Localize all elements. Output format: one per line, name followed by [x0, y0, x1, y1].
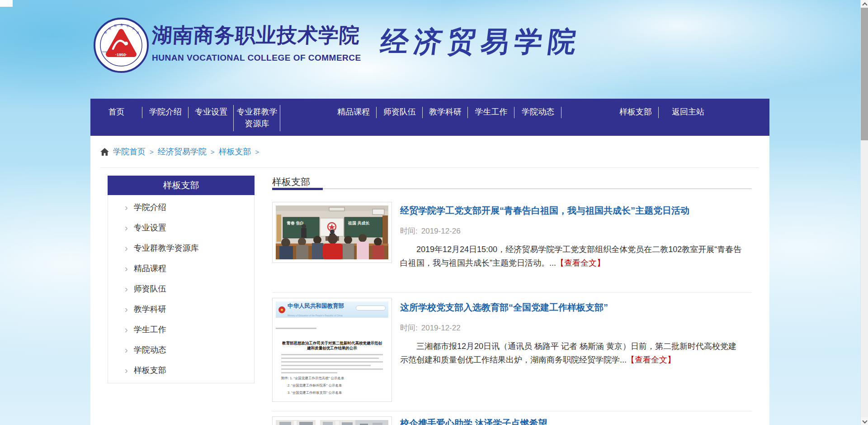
moe-attachment-line: 3. “全国党建工作样板支部” 公示名单 [288, 391, 383, 395]
news-body: 经贸学院学工党支部开展“青春告白祖国，我与祖国共成长”主题党日活动 时间:201… [400, 201, 752, 270]
chevron-right-icon: › [125, 284, 128, 293]
moe-document: 教育部思想政治工作司关于对第二批新时代高校党建示范创建和质量创优工作结果的公示 … [276, 337, 388, 398]
news-thumbnail-building[interactable] [272, 416, 392, 425]
render-artifact [0, 0, 13, 7]
news-excerpt: 2019年12月24日15:00，经济贸易学院学工党支部组织全体党员在二教102… [400, 243, 745, 270]
section-title-underline [272, 188, 323, 190]
news-list-section: 样板支部 青春 告白 [272, 176, 752, 425]
news-date: 2019-12-22 [421, 324, 461, 332]
content-panel: 学院首页 > 经济贸易学院 > 样板支部 > 样板支部 ›学院介绍 ›专业设置 … [90, 136, 769, 425]
nav-item-main-site[interactable]: 返回主站 [659, 99, 717, 136]
svg-text:商: 商 [114, 24, 117, 27]
sidebar-item-faculty[interactable]: ›师资队伍 [108, 278, 254, 299]
svg-text:职: 职 [127, 24, 130, 27]
scrollbar-thumb[interactable] [861, 8, 868, 140]
scrollbar-down-button[interactable] [861, 417, 868, 425]
sidebar-item-courses[interactable]: ›精品课程 [108, 258, 254, 278]
nav-item-home[interactable]: 首页 [90, 99, 142, 136]
national-emblem-icon [278, 306, 285, 313]
building-photo [276, 420, 388, 425]
read-more-link[interactable]: 【查看全文】 [556, 258, 605, 267]
news-title-link[interactable]: 这所学校党支部入选教育部“全国党建工作样板支部” [400, 301, 752, 314]
vertical-scrollbar[interactable] [860, 0, 868, 425]
list-divider [272, 411, 752, 411]
sidebar-item-majors[interactable]: ›专业设置 [108, 217, 254, 238]
chevron-right-icon: › [125, 223, 128, 232]
moe-site-name-en: Ministry of Education of the People's Re… [288, 314, 343, 317]
breadcrumb-separator: > [255, 148, 259, 156]
breadcrumb-link-school[interactable]: 经济贸易学院 [158, 146, 207, 157]
chevron-right-icon: › [125, 264, 128, 273]
svg-text:祖国 共成长: 祖国 共成长 [348, 221, 370, 225]
sidebar-item-news[interactable]: ›学院动态 [108, 339, 254, 360]
list-divider [272, 292, 752, 293]
nav-item-resource-library[interactable]: 专业群教学资源库 [234, 99, 280, 136]
breadcrumb-link-model-branch[interactable]: 样板支部 [219, 146, 251, 157]
nav-item-student-work[interactable]: 学生工作 [468, 99, 514, 136]
moe-attachment-line: 附件: 1. “全国党建工作示范高校” 公示名单 [281, 376, 383, 381]
breadcrumb-link-college-home[interactable]: 学院首页 [113, 146, 146, 157]
section-heading: 样板支部 [272, 176, 752, 189]
nav-item-news[interactable]: 学院动态 [514, 99, 561, 136]
nav-item-majors[interactable]: 专业设置 [189, 99, 234, 136]
moe-doc-title: 教育部思想政治工作司关于对第二批新时代高校党建示范创建和质量创优工作结果的公示 [281, 341, 383, 351]
college-name-en: HUNAN VOCATIONAL COLLEGE OF COMMERCE [152, 53, 361, 63]
news-body: 这所学校党支部入选教育部“全国党建工作样板支部” 时间:2019-12-22 三… [400, 298, 752, 367]
chevron-right-icon: › [125, 366, 128, 375]
sidebar-item-research[interactable]: ›教学科研 [108, 299, 254, 319]
chevron-right-icon: › [125, 244, 128, 253]
sidebar-item-model-branch[interactable]: ›样板支部 [108, 360, 254, 380]
chevron-right-icon: › [125, 325, 128, 334]
breadcrumb: 学院首页 > 经济贸易学院 > 样板支部 > [100, 136, 759, 168]
news-time: 时间:2019-12-26 [400, 226, 752, 236]
sidebar-item-resource-library[interactable]: ›专业群教学资源库 [108, 238, 254, 258]
department-title: 经济贸易学院 [378, 23, 584, 61]
news-date: 2019-12-26 [421, 227, 461, 235]
chevron-right-icon: › [125, 305, 128, 314]
news-body: 校企携手爱心助学 沐泽学子点燃希望 [400, 416, 752, 425]
scrollbar-up-button[interactable] [861, 0, 868, 8]
moe-website-screenshot: 中华人民共和国教育部 Ministry of Education of the … [276, 301, 388, 398]
nav-item-courses[interactable]: 精品课程 [330, 99, 377, 136]
main-navigation: 首页 学院介绍 专业设置 专业群教学资源库 精品课程 师资队伍 教学科研 学生工… [90, 99, 769, 136]
svg-text:技: 技 [136, 31, 139, 34]
chevron-right-icon: › [125, 345, 128, 354]
college-name-cn: 湖南商务职业技术学院 [151, 22, 362, 49]
sidebar-item-about[interactable]: ›学院介绍 [108, 197, 254, 217]
nav-item-model-branch[interactable]: 样板支部 [613, 99, 659, 136]
nav-item-about[interactable]: 学院介绍 [142, 99, 189, 136]
site-header: 湖南商 务职业技 HUNAN1950 ·1950· 湖南商务职业技术学院 HUN… [90, 0, 769, 99]
news-thumbnail-moe-website[interactable]: 中华人民共和国教育部 Ministry of Education of the … [272, 298, 392, 402]
nav-item-research[interactable]: 教学科研 [423, 99, 468, 136]
sidebar-title: 样板支部 [108, 176, 255, 195]
moe-doc-paragraph-lines [281, 354, 383, 373]
time-label: 时间: [400, 324, 418, 332]
nav-item-faculty[interactable]: 师资队伍 [377, 99, 423, 136]
sidebar-item-student-work[interactable]: ›学生工作 [108, 319, 254, 339]
college-seal-icon: 湖南商 务职业技 HUNAN1950 ·1950· [93, 17, 149, 73]
svg-text:业: 业 [132, 27, 135, 30]
news-title-link[interactable]: 校企携手爱心助学 沐泽学子点燃希望 [400, 417, 752, 425]
college-logo[interactable]: 湖南商 务职业技 HUNAN1950 ·1950· [93, 17, 149, 73]
section-title: 样板支部 [272, 177, 310, 187]
college-names: 湖南商务职业技术学院 HUNAN VOCATIONAL COLLEGE OF C… [152, 22, 361, 63]
chevron-right-icon: › [125, 203, 128, 212]
search-box [356, 306, 386, 310]
nav-spacer [280, 99, 330, 136]
time-label: 时间: [400, 227, 418, 235]
svg-text:务: 务 [120, 24, 123, 26]
svg-text:湖: 湖 [104, 31, 107, 34]
page-wrapper: 湖南商 务职业技 HUNAN1950 ·1950· 湖南商务职业技术学院 HUN… [90, 0, 769, 425]
svg-text:青春 告白: 青春 告白 [287, 221, 304, 225]
classroom-photo: 青春 告白 祖国 共成长 [276, 205, 388, 259]
nav-spacer [561, 99, 613, 136]
svg-text:南: 南 [108, 27, 111, 30]
news-time: 时间:2019-12-22 [400, 323, 752, 333]
news-thumbnail-classroom[interactable]: 青春 告白 祖国 共成长 [272, 202, 392, 263]
read-more-link[interactable]: 【查看全文】 [627, 355, 675, 364]
news-title-link[interactable]: 经贸学院学工党支部开展“青春告白祖国，我与祖国共成长”主题党日活动 [400, 205, 752, 217]
home-icon[interactable] [100, 148, 109, 156]
sidebar: 样板支部 ›学院介绍 ›专业设置 ›专业群教学资源库 ›精品课程 ›师资队伍 ›… [108, 176, 255, 383]
moe-breadcrumb-bar [276, 328, 388, 329]
news-excerpt: 三湘都市报12月20日讯（通讯员 杨路平 记者 杨斯涵 黄京）日前，第二批新时代… [400, 339, 745, 367]
